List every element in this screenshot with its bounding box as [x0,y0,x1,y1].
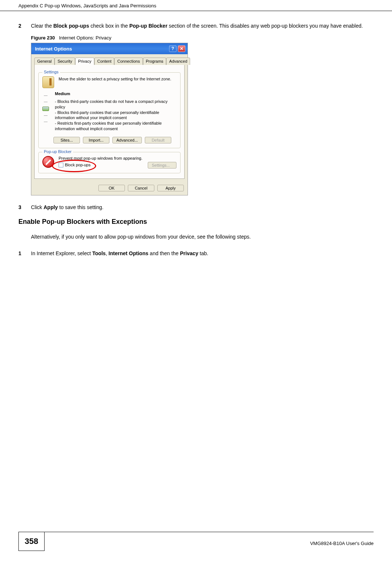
import-button[interactable]: Import... [83,137,109,143]
section-heading: Enable Pop-up Blockers with Exceptions [18,218,374,226]
privacy-level: Medium [55,91,176,97]
step-number: 1 [18,250,31,257]
checkbox-box[interactable] [59,163,63,167]
settings-groupbox: Settings Move the slider to select a pri… [38,72,181,148]
ok-button[interactable]: OK [98,185,125,191]
popup-label: Pop-up Blocker [42,149,73,154]
settings-intro: Move the slider to select a privacy sett… [59,76,176,88]
privacy-slider-icon [42,76,54,88]
popup-intro: Prevent most pop-up windows from appeari… [59,156,176,160]
dialog-titlebar: Internet Options ? ✕ [31,43,188,54]
tabs-row: General Security Privacy Content Connect… [31,54,188,65]
tab-content[interactable]: Content [94,58,115,65]
close-icon[interactable]: ✕ [178,45,185,52]
figure-caption: Figure 230 Internet Options: Privacy [31,35,374,41]
step-number: 2 [18,22,31,30]
sites-button[interactable]: Sites... [53,137,80,143]
step-text: In Internet Explorer, select Tools, Inte… [31,250,374,257]
page-number: 358 [18,532,45,551]
checkbox-label: Block pop-ups [65,163,91,167]
tab-programs[interactable]: Programs [143,58,167,65]
tab-connections[interactable]: Connections [114,58,143,65]
header-title: Appendix C Pop-up Windows, JavaScripts a… [18,3,156,8]
step-2: 2 Clear the Block pop-ups check box in t… [18,22,374,30]
settings-label: Settings [42,70,60,74]
popup-blocker-groupbox: Pop-up Blocker Prevent most pop-up windo… [38,152,181,173]
internet-options-dialog: Internet Options ? ✕ General Security Pr… [31,43,188,195]
step-text: Click Apply to save this setting. [31,204,374,211]
privacy-slider[interactable] [42,91,49,132]
cancel-button[interactable]: Cancel [128,185,154,191]
tab-privacy[interactable]: Privacy [75,58,94,65]
bullet-2: - Blocks third-party cookies that use pe… [55,110,176,121]
step-text: Clear the Block pop-ups check box in the… [31,22,374,30]
step-3: 3 Click Apply to save this setting. [18,204,374,211]
dialog-title: Internet Options [35,46,72,52]
slider-thumb[interactable] [42,107,49,111]
page-footer: 358 VMG8924-B10A User's Guide [18,532,374,551]
bullet-3: - Restricts first-party cookies that use… [55,121,176,132]
bullet-1: - Blocks third-party cookies that do not… [55,99,176,110]
step-1b: 1 In Internet Explorer, select Tools, In… [18,250,374,257]
block-popups-checkbox[interactable]: Block pop-ups [59,163,91,167]
default-button: Default [145,137,171,143]
page-header: Appendix C Pop-up Windows, JavaScripts a… [0,0,392,11]
step-number: 3 [18,204,31,211]
tab-security[interactable]: Security [55,58,75,65]
section-paragraph: Alternatively, if you only want to allow… [31,233,374,241]
slider-description: Medium - Blocks third-party cookies that… [55,91,176,132]
guide-name: VMG8924-B10A User's Guide [310,537,374,546]
advanced-button[interactable]: Advanced... [112,137,142,143]
tab-body: Settings Move the slider to select a pri… [34,65,185,179]
popup-settings-button: Settings... [148,162,176,169]
help-icon[interactable]: ? [169,45,176,52]
apply-button[interactable]: Apply [157,185,184,191]
tab-advanced[interactable]: Advanced [166,58,190,65]
popup-blocker-icon [42,156,54,168]
tab-general[interactable]: General [34,58,55,65]
